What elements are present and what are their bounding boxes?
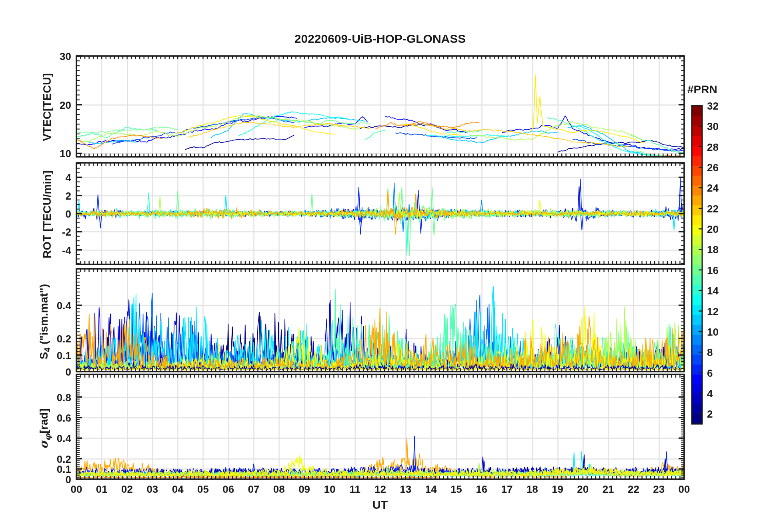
x-tick-label: 00 [670, 484, 698, 494]
x-tick-label: 19 [544, 484, 572, 494]
x-tick-label: 07 [240, 484, 268, 494]
x-tick-label: 18 [518, 484, 546, 494]
x-tick-label: 20 [569, 484, 597, 494]
y-tick-label-s4: 0.4 [36, 300, 71, 311]
x-tick-label: 17 [493, 484, 521, 494]
y-tick-label-sigma_phi: 0.6 [36, 413, 71, 423]
y-tick-label-sigma_phi: 0.8 [36, 392, 71, 403]
x-tick-label: 11 [341, 484, 369, 494]
x-tick-label: 12 [366, 484, 395, 494]
colorbar-tick-label: 12 [707, 306, 731, 317]
x-tick-label: 01 [88, 484, 116, 494]
y-tick-label-rot: 4 [36, 172, 71, 183]
chart-title: 20220609-UiB-HOP-GLONASS [140, 32, 620, 46]
x-tick-label: 08 [265, 484, 293, 494]
colorbar-tick-label: 20 [707, 224, 731, 234]
y-tick-label-s4: 0 [36, 367, 71, 377]
x-tick-label: 13 [392, 484, 420, 494]
y-tick-label-rot: -2 [36, 227, 71, 237]
colorbar-tick-label: 14 [707, 286, 731, 296]
x-tick-label: 06 [214, 484, 242, 494]
chart-canvas [0, 0, 761, 532]
x-tick-label: 09 [290, 484, 318, 494]
x-tick-label: 14 [417, 484, 445, 494]
colorbar-tick-label: 8 [707, 347, 731, 358]
colorbar-tick-label: 26 [707, 162, 731, 173]
x-tick-label: 03 [138, 484, 166, 494]
y-tick-label-rot: -4 [36, 245, 71, 256]
colorbar-tick-label: 4 [707, 388, 731, 399]
x-tick-label: 22 [619, 484, 647, 494]
x-tick-label: 21 [594, 484, 622, 494]
y-tick-label-s4: 0.1 [36, 350, 71, 361]
x-tick-label: 02 [113, 484, 141, 494]
colorbar-tick-label: 32 [707, 101, 731, 111]
x-tick-label: 10 [316, 484, 344, 494]
y-tick-label-vtec: 30 [36, 51, 71, 62]
glonass-ionosphere-figure: 20220609-UiB-HOP-GLONASS VTEC[TECU] ROT … [0, 0, 761, 532]
colorbar-tick-label: 18 [707, 244, 731, 255]
x-tick-label: 15 [442, 484, 470, 494]
colorbar-tick-label: 30 [707, 121, 731, 132]
colorbar-tick-label: 16 [707, 265, 731, 276]
y-tick-label-vtec: 20 [36, 100, 71, 110]
y-tick-label-rot: 2 [36, 191, 71, 201]
y-tick-label-sigma_phi: 0.2 [36, 454, 71, 464]
y-tick-label-sigma_phi: 0 [36, 474, 71, 485]
x-tick-label: 05 [189, 484, 217, 494]
colorbar-tick-label: 22 [707, 204, 731, 214]
x-tick-label: 16 [468, 484, 496, 494]
colorbar-tick-label: 2 [707, 409, 731, 419]
colorbar-tick-label: 28 [707, 142, 731, 152]
x-tick-label: 00 [62, 484, 90, 494]
y-tick-label-rot: 0 [36, 209, 71, 219]
y-tick-label-vtec: 10 [36, 148, 71, 159]
colorbar-tick-label: 24 [707, 183, 731, 193]
x-tick-label: 04 [164, 484, 192, 494]
colorbar-title: #PRN [687, 83, 735, 96]
x-tick-label: 23 [645, 484, 673, 494]
y-tick-label-s4: 0.2 [36, 334, 71, 344]
y-tick-label-sigma_phi: 0.1 [36, 464, 71, 474]
colorbar-tick-label: 6 [707, 368, 731, 378]
y-tick-label-sigma_phi: 0.4 [36, 433, 71, 444]
x-axis-label: UT [300, 498, 460, 512]
colorbar-tick-label: 10 [707, 327, 731, 337]
